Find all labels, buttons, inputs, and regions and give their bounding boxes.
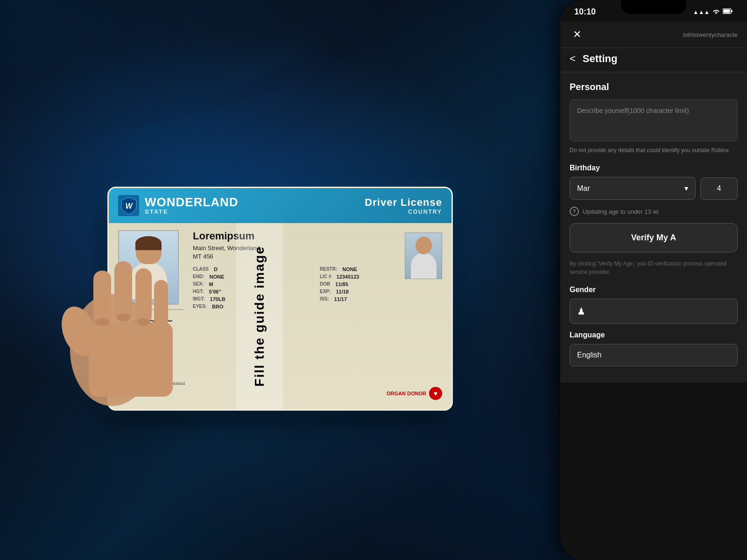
phone-status-icons: ▲▲▲ — [693, 8, 733, 15]
personal-section-title: Personal — [570, 82, 738, 92]
verify-age-button[interactable]: Verify My A — [570, 223, 738, 252]
svg-rect-4 — [135, 268, 152, 324]
card-field-dob: DOB 11/85 — [320, 281, 442, 287]
age-warning-text: Updating age to under 13 wi — [583, 208, 659, 215]
describe-placeholder: Describe yourself(1000 character limit) — [577, 107, 689, 114]
wifi-icon — [712, 8, 720, 15]
fill-guide-overlay: Fill the guide image — [236, 223, 283, 409]
month-value: Mar — [577, 184, 590, 193]
settings-title: Setting — [583, 53, 618, 65]
card-field-iss: ISS: 11/17 — [320, 296, 442, 302]
signal-icon: ▲▲▲ — [693, 9, 710, 15]
person-silhouette-small — [409, 234, 437, 279]
person-body-small — [411, 253, 437, 279]
close-button[interactable]: ✕ — [570, 27, 585, 42]
app-nav: < Setting — [560, 48, 747, 72]
app-header-text: isthistwentycharacte — [683, 31, 738, 38]
chevron-down-icon: ▾ — [684, 184, 688, 193]
svg-rect-6 — [89, 322, 173, 397]
app-content: Personal Describe yourself(1000 characte… — [560, 72, 747, 383]
birthday-section: Birthday Mar ▾ 4 — [570, 164, 738, 200]
gender-section: Gender ♟ — [570, 286, 738, 324]
back-button[interactable]: < — [570, 53, 576, 65]
card-header-right: Driver License COUNTRY — [365, 196, 442, 215]
card-field-exp: EXP: 11/18 — [320, 289, 442, 294]
info-icon: ? — [570, 207, 579, 216]
card-license-country: COUNTRY — [365, 209, 442, 215]
svg-rect-5 — [154, 280, 168, 327]
svg-rect-3 — [114, 261, 132, 322]
hand-area: W WONDERLAND STATE Driver License COUNTR… — [70, 140, 444, 420]
phone-section: 10:10 ▲▲▲ ✕ isthistwentycharacte < — [551, 0, 747, 560]
verify-legal-text: By clicking 'Verify My Age,' you ID veri… — [570, 259, 738, 276]
describe-warning: Do not provide any details that could id… — [570, 146, 738, 154]
card-license-title: Driver License — [365, 196, 442, 209]
phone-outer: 10:10 ▲▲▲ ✕ isthistwentycharacte < — [560, 0, 747, 560]
describe-box[interactable]: Describe yourself(1000 character limit) — [570, 99, 738, 141]
svg-point-9 — [137, 318, 150, 326]
card-organ-donor: ORGAN DONOR ♥ — [387, 387, 442, 400]
gender-box[interactable]: ♟ — [570, 299, 738, 324]
svg-rect-14 — [724, 10, 730, 13]
language-section: Language English — [570, 331, 738, 366]
birthday-label: Birthday — [570, 164, 738, 172]
phone-time: 10:10 — [574, 7, 596, 17]
phone-notch — [621, 0, 686, 14]
person-head-small — [416, 237, 432, 254]
birthday-day-input[interactable]: 4 — [700, 177, 738, 200]
birthday-row: Mar ▾ 4 — [570, 177, 738, 200]
age-warning-row: ? Updating age to under 13 wi — [570, 207, 738, 216]
language-label: Language — [570, 331, 738, 339]
birthday-month-select[interactable]: Mar ▾ — [570, 177, 696, 200]
svg-point-11 — [716, 13, 717, 14]
svg-point-8 — [116, 314, 130, 321]
language-box[interactable]: English — [570, 344, 738, 366]
card-photo-small — [405, 232, 442, 279]
svg-point-7 — [95, 318, 109, 326]
id-card-section: W WONDERLAND STATE Driver License COUNTR… — [47, 117, 467, 443]
hand-svg — [56, 187, 177, 420]
gender-label: Gender — [570, 286, 738, 294]
fill-guide-text: Fill the guide image — [252, 246, 267, 386]
battery-icon — [723, 8, 733, 15]
main-container: W WONDERLAND STATE Driver License COUNTR… — [0, 0, 747, 560]
organ-heart-icon: ♥ — [429, 387, 442, 400]
svg-rect-13 — [731, 10, 733, 12]
gender-icon: ♟ — [577, 306, 585, 317]
app-header: ✕ isthistwentycharacte — [560, 21, 747, 48]
